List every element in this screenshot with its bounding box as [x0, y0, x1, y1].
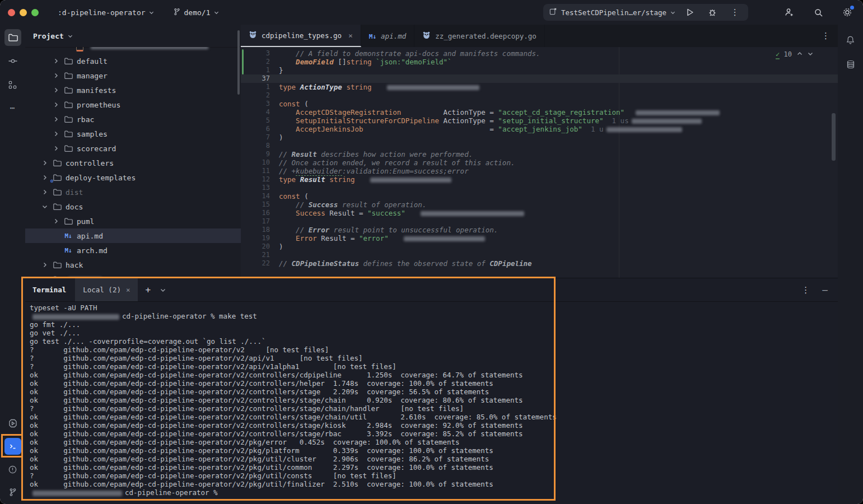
tree-item[interactable] [25, 47, 241, 54]
project-tool-button[interactable] [4, 29, 21, 46]
commit-tool-button[interactable] [4, 53, 21, 69]
terminal-line: ? github.com/epam/edp-cd-pipeline-operat… [30, 472, 838, 480]
code-editor[interactable]: 3 // A field to demonstrate api-docs and… [241, 47, 838, 278]
project-tree-scrollbar[interactable] [237, 30, 240, 95]
chevron-right-icon[interactable] [41, 262, 49, 268]
services-tool-button[interactable] [4, 415, 21, 432]
add-user-button[interactable] [781, 4, 797, 20]
terminal-output[interactable]: typeset -aU PATHcd-pipeline-operator % m… [25, 301, 838, 504]
chevron-right-icon[interactable] [52, 102, 60, 108]
settings-button[interactable] [839, 4, 855, 20]
go-file-icon [249, 30, 257, 40]
terminal-tab-local[interactable]: Local (2) × [75, 278, 138, 301]
close-icon[interactable]: × [126, 286, 130, 294]
tree-item-hack[interactable]: hack [25, 258, 241, 272]
code-line: 4 AcceptCDStageRegistration ActionType =… [241, 108, 838, 116]
tree-item-arch.md[interactable]: M↓arch.md [25, 243, 241, 258]
code-line: 18 // Error result point to unsuccessful… [241, 226, 838, 234]
blurred-text [636, 110, 720, 115]
tree-item-label: dist [66, 188, 83, 197]
tree-item-samples[interactable]: samples [25, 127, 241, 141]
project-name: :d-pipeline-operator [58, 8, 146, 17]
new-terminal-button[interactable]: + [138, 278, 158, 301]
code-line: 1} [241, 66, 838, 74]
terminal-line: cd-pipeline-operator % make test [30, 312, 838, 320]
tree-item-controllers[interactable]: controllers [25, 156, 241, 170]
structure-tool-button[interactable] [4, 76, 21, 93]
terminal-line: ok github.com/epam/edp-cd-pipeline-opera… [30, 379, 838, 388]
blurred-text [404, 236, 485, 241]
editor-tab-api.md[interactable]: M↓api.md [361, 25, 414, 47]
prev-problem-button[interactable] [797, 50, 803, 58]
notifications-button[interactable] [842, 31, 859, 48]
settings-badge [850, 6, 854, 10]
editor-scrollbar[interactable] [832, 113, 836, 161]
code-line: 20) [241, 242, 838, 251]
terminal-header: Terminal Local (2) × + ⋮ — [25, 278, 838, 302]
blurred-text [632, 119, 702, 124]
tree-item-manager[interactable]: manager [25, 68, 241, 83]
chevron-right-icon[interactable] [41, 189, 49, 195]
run-button[interactable] [682, 4, 698, 20]
tree-item-api.md[interactable]: M↓api.md [25, 228, 241, 243]
git-tool-button[interactable] [4, 484, 21, 501]
chevron-right-icon[interactable] [41, 160, 49, 166]
tree-item-rbac[interactable]: rbac [25, 112, 241, 127]
next-problem-button[interactable] [808, 50, 813, 58]
branch-selector[interactable]: demo/1 [173, 8, 219, 17]
zoom-window-button[interactable] [31, 9, 39, 16]
project-selector[interactable]: :d-pipeline-operator [58, 8, 154, 17]
code-line: 22// CDPipelineStatus defines the observ… [241, 259, 838, 268]
problems-tool-button[interactable] [4, 461, 21, 478]
code-line: 9// Result describes how action were per… [241, 150, 838, 158]
tree-item-label: controllers [66, 159, 114, 167]
chevron-right-icon[interactable] [52, 116, 60, 122]
go-file-icon [422, 31, 431, 41]
search-button[interactable] [810, 4, 826, 20]
chevron-right-icon[interactable] [52, 73, 60, 78]
line-number: 12 [241, 175, 279, 184]
line-number: 2 [241, 58, 279, 66]
tree-item-default[interactable]: default [25, 54, 241, 68]
chevron-right-icon[interactable] [52, 87, 60, 93]
editor-tab-cdpipeline_types.go[interactable]: cdpipeline_types.go× [241, 25, 361, 47]
tree-item-dist[interactable]: dist [25, 185, 241, 199]
code-line: 10// Once action ended, we record a resu… [241, 158, 838, 167]
database-tool-button[interactable] [842, 56, 859, 73]
chevron-right-icon[interactable] [41, 175, 49, 180]
terminal-tool-button[interactable] [4, 438, 21, 455]
code-line: 14const ( [241, 192, 838, 200]
project-panel-header[interactable]: Project [25, 25, 241, 48]
hide-terminal-button[interactable]: — [822, 284, 828, 295]
terminal-type-dropdown[interactable] [158, 278, 168, 301]
code-line: 19 Error Result = "error" [241, 234, 838, 242]
title-bar: :d-pipeline-operator demo/1 TestSetCDPip… [0, 0, 863, 25]
more-run-actions-button[interactable]: ⋮ [727, 4, 743, 20]
close-icon[interactable]: × [348, 31, 353, 40]
left-toolbar-top: ⋯ [0, 25, 25, 116]
folder-icon [52, 188, 62, 197]
close-window-button[interactable] [8, 9, 15, 16]
tree-item-deploy-templates[interactable]: ⚙deploy-templates [25, 170, 241, 185]
more-tools-button[interactable]: ⋯ [4, 100, 21, 116]
tree-item-manifests[interactable]: manifests [25, 83, 241, 97]
minimize-window-button[interactable] [20, 9, 27, 16]
chevron-right-icon[interactable] [52, 218, 60, 224]
run-config-selector[interactable]: TestSetCDPipelin…er/stage [549, 7, 675, 17]
tree-item-docs[interactable]: docs [25, 199, 241, 214]
tree-item-prometheus[interactable]: prometheus [25, 97, 241, 112]
tree-item[interactable] [25, 272, 241, 278]
chevron-right-icon[interactable] [52, 146, 60, 151]
tree-item-puml[interactable]: puml [25, 214, 241, 228]
terminal-line: cd-pipeline-operator % [30, 488, 838, 497]
debug-button[interactable] [705, 4, 720, 20]
tree-item-scorecard[interactable]: scorecard [25, 141, 241, 156]
project-panel-title: Project [33, 32, 64, 40]
chevron-down-icon[interactable] [41, 204, 49, 209]
inspections-widget[interactable]: ✓ 10 [776, 50, 813, 58]
chevron-right-icon[interactable] [52, 58, 60, 64]
terminal-options-button[interactable]: ⋮ [801, 285, 810, 295]
editor-tab-zz_generated.deepcopy.go[interactable]: zz_generated.deepcopy.go [414, 25, 545, 47]
tab-options-button[interactable]: ⋮ [822, 25, 830, 47]
chevron-right-icon[interactable] [52, 131, 60, 137]
